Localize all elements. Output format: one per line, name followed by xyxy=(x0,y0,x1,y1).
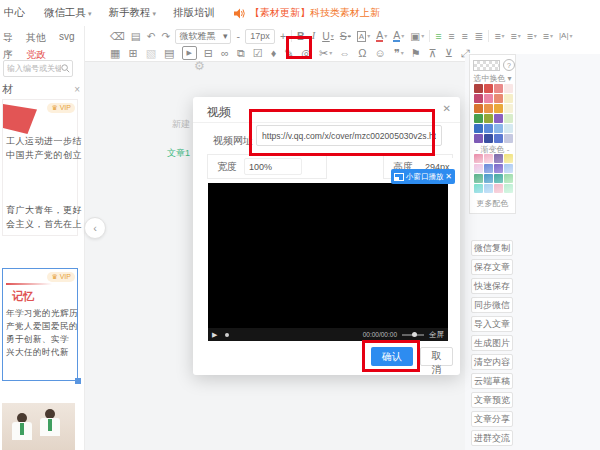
color-swatch[interactable] xyxy=(504,134,513,143)
line-height-icon[interactable]: ≡▾ xyxy=(494,29,504,43)
paragraph-spacing-icon[interactable]: ≡▾ xyxy=(527,29,537,43)
left-nav-item[interactable]: 导 xyxy=(3,31,13,45)
color-swatch[interactable] xyxy=(484,84,493,93)
template-card-selected[interactable]: ♛ VIP 记忆 年学习党的光辉历产党人爱国爱民的勇于创新、实学兴大任的时代新 xyxy=(2,268,78,381)
gradient-swatch[interactable] xyxy=(484,164,493,173)
font-color-icon[interactable]: A▾ xyxy=(376,29,387,43)
font-size-select[interactable]: 17px xyxy=(245,29,275,44)
tag-icon[interactable]: ♦ xyxy=(271,46,278,60)
volume-slider[interactable] xyxy=(402,334,424,336)
gradient-swatch[interactable] xyxy=(504,174,513,183)
color-swatch[interactable] xyxy=(494,84,503,93)
link-icon[interactable]: ∞ xyxy=(221,46,230,60)
template-card[interactable]: ♛ VIP 工人运动进一步结中国共产党的创立 育广大青年，更好会主义，首先在上 xyxy=(2,99,78,236)
color-swatch[interactable] xyxy=(474,84,483,93)
gradient-swatch[interactable] xyxy=(504,184,513,193)
recolor-selected-label[interactable]: 选中换色 ▾ xyxy=(470,73,515,84)
emoji-icon[interactable]: ☺ xyxy=(375,46,387,60)
tab-article-1[interactable]: 文章1 xyxy=(167,147,190,160)
cancel-button[interactable]: 取消 xyxy=(420,347,453,366)
paste-icon[interactable]: ⧉ xyxy=(237,46,246,60)
todo-icon[interactable]: ☑ xyxy=(253,46,264,60)
fit-width-icon[interactable]: ⇔ xyxy=(339,46,351,60)
style-picker-icon[interactable]: ▣▾ xyxy=(410,29,424,43)
color-swatch[interactable] xyxy=(474,104,483,113)
action-button[interactable]: 文章预览 xyxy=(471,392,513,408)
table-icon[interactable]: ⊞ xyxy=(128,46,138,60)
no-color-swatch[interactable] xyxy=(473,60,500,71)
gradient-swatch[interactable] xyxy=(474,184,483,193)
color-swatch[interactable] xyxy=(484,114,493,123)
flag-icon[interactable]: ⚑ xyxy=(411,46,422,60)
action-button[interactable]: 导入文章 xyxy=(471,316,513,332)
gradient-swatch[interactable] xyxy=(494,164,503,173)
color-swatch[interactable] xyxy=(504,94,513,103)
to-top-icon[interactable]: ⊼ xyxy=(429,46,438,60)
highlight-color-icon[interactable]: A▾ xyxy=(393,29,404,43)
divider-icon[interactable]: ⊟ xyxy=(204,46,214,60)
action-button[interactable]: 生成图片 xyxy=(471,335,513,351)
help-icon[interactable]: ? xyxy=(503,59,515,71)
gear-icon[interactable]: ⚙ xyxy=(194,59,205,73)
gradient-swatch[interactable] xyxy=(474,154,483,163)
video-preview[interactable]: ▶ 00:00/00:00 全屏 xyxy=(208,183,448,341)
gradient-swatch[interactable] xyxy=(504,164,513,173)
action-button[interactable]: 进群交流 xyxy=(471,430,513,446)
gradient-swatch[interactable] xyxy=(484,174,493,183)
word-import-icon[interactable]: ▤ xyxy=(131,29,141,43)
align-justify-icon[interactable]: ≣ xyxy=(475,29,484,43)
gallery-icon[interactable]: ▤ xyxy=(164,46,175,60)
color-swatch[interactable] xyxy=(484,94,493,103)
action-button[interactable]: 同步微信 xyxy=(471,297,513,313)
volume-knob[interactable] xyxy=(412,332,417,337)
gradient-swatch[interactable] xyxy=(474,174,483,183)
close-icon[interactable]: ✕ xyxy=(443,103,451,114)
font-family-select[interactable]: 微软雅黑▾ xyxy=(175,29,231,44)
letter-spacing-icon[interactable]: ≡▾ xyxy=(511,29,521,43)
play-icon[interactable]: ▶ xyxy=(212,331,217,339)
color-swatch[interactable] xyxy=(474,94,483,103)
quote-icon[interactable]: ❞▾ xyxy=(394,46,404,60)
announcement[interactable]: 【素材更新】 科技类素材上新 xyxy=(250,6,380,20)
tab-new-article[interactable]: 新建 xyxy=(172,118,190,131)
menu-item[interactable]: 微信工具▾ xyxy=(44,6,92,20)
action-button[interactable]: 云端草稿 xyxy=(471,373,513,389)
progress-handle[interactable] xyxy=(225,333,229,337)
clear-format-icon[interactable]: ⌫ xyxy=(110,29,125,43)
background-icon[interactable]: ▦ xyxy=(110,46,121,60)
action-button[interactable]: 保存文章 xyxy=(471,259,513,275)
cut-icon[interactable]: ✂▾ xyxy=(319,46,332,60)
fullscreen-button[interactable]: 全屏 xyxy=(429,330,444,340)
find-replace-icon[interactable]: ◎ xyxy=(301,46,312,60)
redo-icon[interactable]: ↷ xyxy=(162,29,171,43)
video-icon[interactable]: ▶ xyxy=(182,46,196,60)
undo-icon[interactable]: ↶ xyxy=(147,29,156,43)
confirm-button[interactable]: 确认 xyxy=(371,347,413,366)
color-swatch[interactable] xyxy=(494,114,503,123)
italic-icon[interactable]: I xyxy=(312,29,317,43)
action-button[interactable]: 微信复制 xyxy=(471,240,513,256)
color-swatch[interactable] xyxy=(504,124,513,133)
gradient-swatch[interactable] xyxy=(494,184,503,193)
more-colors-link[interactable]: 更多配色 xyxy=(470,198,515,209)
color-swatch[interactable] xyxy=(494,124,503,133)
close-icon[interactable]: ✕ xyxy=(445,172,452,181)
color-swatch[interactable] xyxy=(504,84,513,93)
template-photo[interactable] xyxy=(2,403,75,450)
gradient-swatch[interactable] xyxy=(494,174,503,183)
omega-icon[interactable]: Ω xyxy=(358,46,367,60)
menu-item[interactable]: 排版培训 xyxy=(173,6,217,20)
char-border-icon[interactable]: A▾ xyxy=(357,29,370,43)
underline-icon[interactable]: U▾ xyxy=(322,29,334,43)
strikethrough-icon[interactable]: S▾ xyxy=(340,29,351,43)
color-swatch[interactable] xyxy=(474,134,483,143)
menu-item[interactable]: 中心 xyxy=(4,6,27,20)
color-swatch[interactable] xyxy=(504,104,513,113)
align-center-icon[interactable]: ≡ xyxy=(448,29,454,43)
color-swatch[interactable] xyxy=(504,114,513,123)
color-swatch[interactable] xyxy=(474,124,483,133)
bold-icon[interactable]: B xyxy=(297,29,306,43)
left-nav-item[interactable]: svg xyxy=(59,31,75,45)
search-input[interactable] xyxy=(4,64,61,73)
font-size-decrease-button[interactable]: - xyxy=(236,29,240,43)
